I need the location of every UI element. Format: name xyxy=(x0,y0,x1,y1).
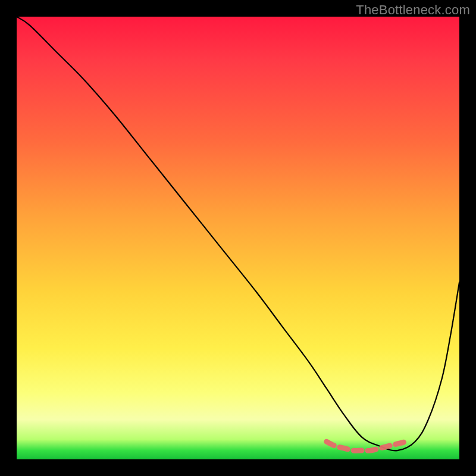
chart-svg xyxy=(17,17,459,459)
plot-area xyxy=(17,17,459,459)
chart-frame: TheBottleneck.com xyxy=(0,0,476,476)
optimal-range-marker xyxy=(327,441,406,450)
watermark-text: TheBottleneck.com xyxy=(356,2,470,18)
bottleneck-curve xyxy=(17,17,459,450)
